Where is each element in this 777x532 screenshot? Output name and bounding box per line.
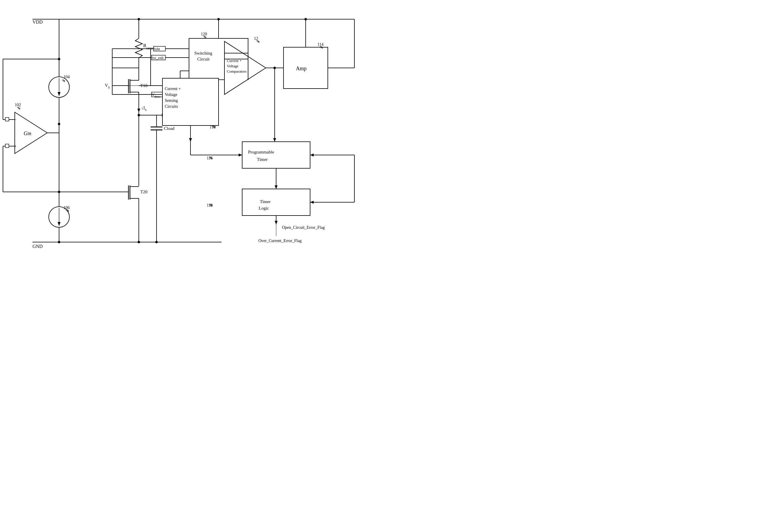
plus-label: + [14,144,16,148]
isr-enh-label: Isr_enh [152,55,163,60]
t20-label: T20 [140,189,147,194]
svg-point-52 [138,241,140,243]
ref-12: 12 [254,36,258,41]
svg-point-121 [305,18,307,20]
cload-label: Cload [164,126,175,131]
cv-sensing-label2: Voltage [165,93,178,97]
svg-point-119 [217,18,220,20]
minus-label: − [14,118,16,122]
ref-102: 102 [15,103,21,107]
cv-comp-label3: Comparators [227,69,247,74]
prog-timer-label2: Timer [257,157,267,162]
timer-logic-label2: Logic [259,206,269,211]
gm-label: Gm [24,130,31,136]
svg-point-54 [58,241,60,243]
ref-114: 114 [318,42,323,47]
gnd-label: GND [32,244,43,249]
isht-label: Isht [154,47,160,51]
ref-106: 106 [64,206,70,210]
switching-circuit-label2: Circuit [197,57,210,61]
prog-timer-box [242,142,310,168]
ref-120: 120 [201,32,207,36]
prog-timer-label1: Programmable [248,150,274,154]
vdd-label: VDD [32,19,43,24]
amp-label: Amp [296,65,307,72]
timer-logic-label1: Timer [260,199,270,204]
svg-point-6 [138,18,140,20]
cv-comp-label2: Voltage [227,64,239,68]
switching-circuit-label: Switching [194,51,212,55]
svg-point-64 [155,241,158,243]
open-circuit-flag: Open_Circuit_Error_Flag [282,225,325,230]
ref-104: 104 [64,75,70,79]
timer-logic-box [242,189,310,216]
cv-sensing-label4: Circuits [165,104,178,109]
over-current-flag: Over_Current_Error_Flag [258,239,302,243]
cv-sensing-label1: Current + [165,87,181,91]
cv-sensing-label3: Sensing [165,98,178,103]
circuit-diagram: VDD Rsense 104 Gm − + 102 [0,0,388,266]
